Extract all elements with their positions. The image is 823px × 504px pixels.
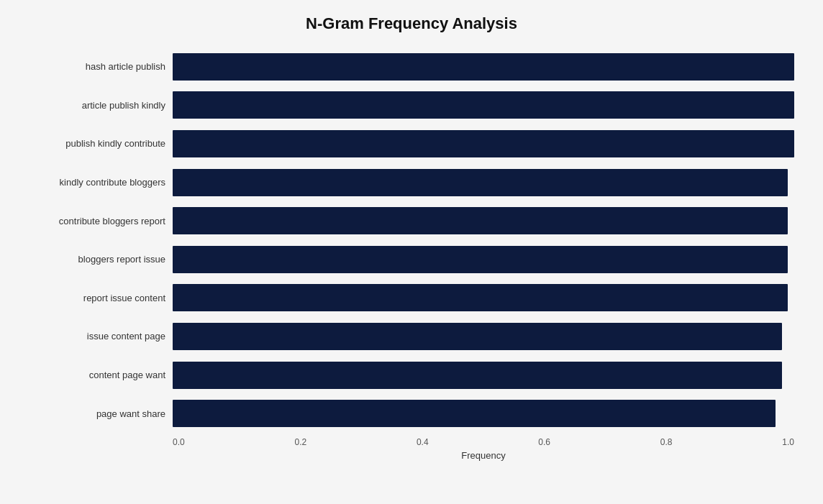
bar-track <box>173 207 794 234</box>
bar-label: report issue content <box>29 293 173 303</box>
bar-label: bloggers report issue <box>29 254 173 265</box>
chart-container: N-Gram Frequency Analysis hash article p… <box>0 0 823 504</box>
bar-fill <box>173 169 788 196</box>
bar-track <box>173 169 794 196</box>
bar-fill <box>173 323 782 350</box>
bar-row: page want share <box>29 394 794 433</box>
bar-row: content page want <box>29 356 794 395</box>
chart-title: N-Gram Frequency Analysis <box>29 14 794 33</box>
bar-track <box>173 400 794 427</box>
bar-track <box>173 53 794 81</box>
bar-row: article publish kindly <box>29 86 794 125</box>
bar-label: hash article publish <box>29 61 173 72</box>
bar-track <box>173 91 794 119</box>
bar-track <box>173 246 794 273</box>
bar-label: article publish kindly <box>29 100 173 111</box>
x-tick: 0.8 <box>660 437 673 447</box>
bar-row: hash article publish <box>29 47 794 86</box>
x-axis-label: Frequency <box>173 450 794 461</box>
x-tick: 0.6 <box>538 437 550 447</box>
bar-track <box>173 323 794 350</box>
bar-label: kindly contribute bloggers <box>29 177 173 188</box>
bar-row: bloggers report issue <box>29 240 794 279</box>
x-tick: 0.0 <box>173 437 185 447</box>
bar-row: kindly contribute bloggers <box>29 163 794 202</box>
x-tick: 0.2 <box>294 437 306 447</box>
bar-fill <box>173 53 794 81</box>
bar-label: content page want <box>29 370 173 380</box>
bar-track <box>173 284 794 311</box>
bar-row: issue content page <box>29 317 794 356</box>
bar-fill <box>173 246 788 273</box>
bar-fill <box>173 284 788 311</box>
bar-label: contribute bloggers report <box>29 216 173 226</box>
bar-label: issue content page <box>29 331 173 342</box>
bar-fill <box>173 400 776 427</box>
bar-row: publish kindly contribute <box>29 124 794 163</box>
bar-track <box>173 362 794 389</box>
bar-fill <box>173 130 794 157</box>
bar-fill <box>173 207 788 234</box>
bar-fill <box>173 362 782 389</box>
x-tick: 0.4 <box>417 437 429 447</box>
chart-area: hash article publisharticle publish kind… <box>29 47 794 433</box>
x-axis: 0.00.20.40.60.81.0 <box>173 437 794 447</box>
bar-row: contribute bloggers report <box>29 201 794 240</box>
bar-track <box>173 130 794 157</box>
bar-label: publish kindly contribute <box>29 138 173 149</box>
x-tick: 1.0 <box>782 437 794 447</box>
x-axis-ticks: 0.00.20.40.60.81.0 <box>173 437 794 447</box>
bar-row: report issue content <box>29 279 794 318</box>
bar-fill <box>173 91 794 119</box>
bar-label: page want share <box>29 408 173 419</box>
